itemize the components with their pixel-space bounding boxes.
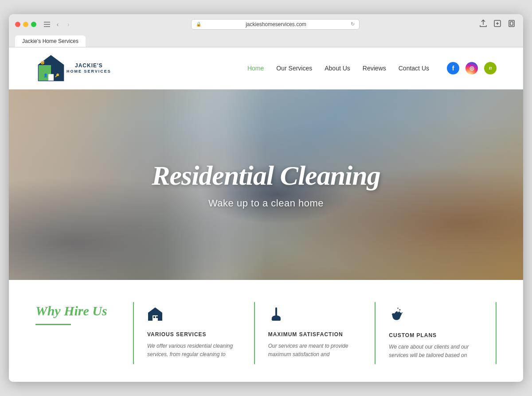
share-button[interactable] bbox=[478, 19, 489, 30]
svg-rect-18 bbox=[275, 307, 277, 316]
reload-icon[interactable]: ↻ bbox=[351, 21, 355, 27]
website-content: 🐱 👤 🔑 JACKIE'S HOME SERVICES Home Our Se… bbox=[9, 47, 523, 382]
nav-services[interactable]: Our Services bbox=[276, 65, 312, 72]
service-2-title: MAXIMUM SATISFACTION bbox=[268, 331, 362, 338]
svg-text:🐱: 🐱 bbox=[40, 60, 45, 64]
service-columns: VARIOUS SERVICES We offer various reside… bbox=[133, 302, 497, 364]
why-underline bbox=[35, 324, 71, 325]
nav-reviews[interactable]: Reviews bbox=[363, 65, 386, 72]
why-left: Why Hire Us bbox=[35, 302, 133, 325]
hero-section: Residential Cleaning Wake up to a clean … bbox=[9, 89, 523, 280]
browser-actions bbox=[478, 19, 517, 30]
service-col-3: ✦ ✦ ✦ CUSTOM PLANS We care about our cli… bbox=[375, 302, 497, 364]
sidebar-toggle[interactable] bbox=[43, 21, 51, 28]
service-2-desc: Our services are meant to provide maximu… bbox=[268, 342, 362, 359]
logo-name: JACKIE'S bbox=[75, 62, 103, 69]
service-3-title: CUSTOM PLANS bbox=[389, 332, 482, 338]
social-icons: f ◎ n bbox=[447, 62, 497, 74]
site-nav: Home Our Services About Us Reviews Conta… bbox=[247, 65, 429, 72]
maximize-button[interactable] bbox=[31, 22, 36, 27]
max-satisfaction-icon bbox=[268, 307, 362, 325]
nav-about[interactable]: About Us bbox=[325, 65, 350, 72]
why-title: Why Hire Us bbox=[35, 302, 124, 319]
svg-rect-4 bbox=[509, 20, 514, 27]
hero-title: Residential Cleaning bbox=[152, 160, 380, 190]
traffic-lights bbox=[15, 22, 36, 27]
why-section: Why Hire Us VARIOUS SERVICE bbox=[9, 280, 523, 382]
reading-list-button[interactable] bbox=[506, 19, 517, 30]
address-bar[interactable]: 🔒 jackieshomeservices.com ↻ bbox=[191, 19, 360, 30]
svg-rect-1 bbox=[44, 24, 50, 25]
lock-icon: 🔒 bbox=[196, 22, 201, 27]
active-tab[interactable]: Jackie's Home Services bbox=[15, 35, 86, 47]
instagram-icon[interactable]: ◎ bbox=[466, 62, 478, 74]
service-col-2: MAXIMUM SATISFACTION Our services are me… bbox=[254, 302, 375, 364]
browser-chrome: ‹ › 🔒 jackieshomeservices.com ↻ bbox=[9, 14, 523, 47]
svg-rect-10 bbox=[48, 74, 54, 81]
service-1-desc: We offer various residential cleaning se… bbox=[147, 342, 241, 359]
svg-rect-2 bbox=[44, 26, 50, 27]
svg-text:👤: 👤 bbox=[43, 73, 48, 78]
browser-window: ‹ › 🔒 jackieshomeservices.com ↻ bbox=[9, 14, 523, 382]
forward-button[interactable]: › bbox=[64, 21, 73, 28]
url-text: jackieshomeservices.com bbox=[204, 21, 348, 27]
facebook-icon[interactable]: f bbox=[447, 62, 459, 74]
logo-image: 🐱 👤 🔑 bbox=[35, 53, 66, 84]
site-header: 🐱 👤 🔑 JACKIE'S HOME SERVICES Home Our Se… bbox=[9, 47, 523, 89]
svg-text:✦: ✦ bbox=[401, 311, 403, 314]
logo-sub: HOME SERVICES bbox=[66, 69, 111, 74]
svg-text:✦: ✦ bbox=[397, 307, 399, 310]
svg-rect-0 bbox=[44, 22, 50, 23]
nextdoor-icon[interactable]: n bbox=[484, 62, 497, 74]
back-button[interactable]: ‹ bbox=[53, 21, 62, 28]
address-bar-wrap: 🔒 jackieshomeservices.com ↻ bbox=[77, 19, 473, 30]
minimize-button[interactable] bbox=[23, 22, 28, 27]
hero-content: Residential Cleaning Wake up to a clean … bbox=[152, 160, 380, 209]
window-controls: ‹ › bbox=[43, 21, 73, 28]
svg-rect-16 bbox=[153, 316, 155, 318]
nav-home[interactable]: Home bbox=[247, 65, 264, 72]
browser-tabs: Jackie's Home Services bbox=[15, 34, 517, 47]
svg-rect-17 bbox=[156, 316, 158, 318]
nav-contact[interactable]: Contact Us bbox=[399, 65, 429, 72]
svg-rect-5 bbox=[510, 22, 513, 25]
new-tab-button[interactable] bbox=[492, 19, 503, 30]
various-services-icon bbox=[147, 307, 241, 325]
hero-subtitle: Wake up to a clean home bbox=[152, 198, 380, 209]
custom-plans-icon: ✦ ✦ ✦ bbox=[389, 307, 482, 326]
logo-area: 🐱 👤 🔑 JACKIE'S HOME SERVICES bbox=[35, 53, 111, 84]
close-button[interactable] bbox=[15, 22, 20, 27]
service-1-title: VARIOUS SERVICES bbox=[147, 331, 241, 338]
service-3-desc: We care about our clients and our servic… bbox=[389, 343, 482, 360]
svg-text:🔑: 🔑 bbox=[55, 73, 59, 78]
service-col-1: VARIOUS SERVICES We offer various reside… bbox=[133, 302, 254, 364]
